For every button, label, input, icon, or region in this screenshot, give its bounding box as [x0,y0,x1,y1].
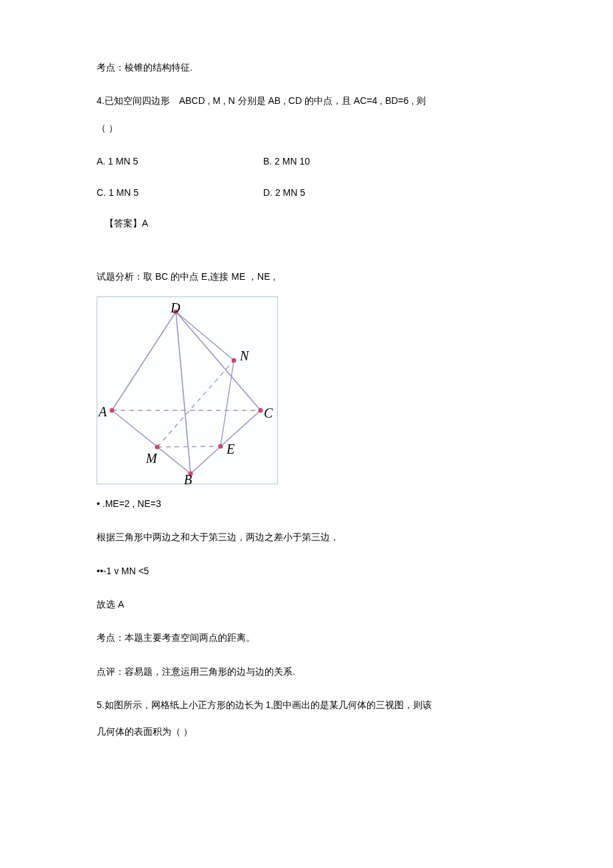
q4-analysis-intro: 试题分析：取 BC 的中点 E,连接 ME ，NE , [97,269,520,284]
diagram-svg [97,297,277,484]
svg-point-14 [259,408,263,412]
svg-line-4 [191,410,261,474]
label-m: M [146,448,157,469]
q4-comment: 点评：容易题，注意运用三角形的边与边的关系. [97,664,520,679]
tetrahedron-diagram: D N A C M E B [97,296,278,484]
q4-option-b: B. 2 MN 10 [263,154,310,169]
q4-option-c: C. 1 MN 5 [97,185,263,200]
q4-stem-line1: 4.已知空间四边形 ABCD , M , N 分别是 AB , CD 的中点，且… [97,93,520,108]
q4-options-row1: A. 1 MN 5 B. 2 MN 10 [97,154,520,169]
svg-line-5 [176,312,191,474]
label-e: E [227,438,235,460]
document-page: 考点：棱锥的结构特征. 4.已知空间四边形 ABCD , M , N 分别是 A… [0,0,613,868]
q4-stem-line2: （ ） [97,121,520,135]
label-c: C [264,402,273,424]
label-a: A [99,401,107,422]
q4-conclude: 故选 A [97,597,520,612]
label-d: D [171,297,180,318]
label-n: N [240,345,249,366]
svg-point-16 [219,444,223,448]
svg-line-6 [176,312,234,360]
q4-answer: 【答案】A [97,216,520,230]
q4-topic: 考点：本题主要考查空间两点的距离。 [97,630,520,645]
svg-line-0 [112,312,176,410]
q4-me-ne: • .ME=2 , NE=3 [97,496,520,511]
label-b: B [184,469,192,490]
q5-stem-line1: 5.如图所示，网格纸上小正方形的边长为 1,图中画出的是某几何体的三视图，则该 [97,697,520,712]
q4-range: ••-1 v MN <5 [97,564,520,578]
svg-line-10 [157,446,221,447]
svg-point-12 [232,358,237,362]
svg-point-13 [110,408,115,412]
q4-option-d: D. 2 MN 5 [263,185,305,200]
q4-options-row2: C. 1 MN 5 D. 2 MN 5 [97,185,520,200]
q5-stem-line2: 几何体的表面积为（ ） [97,724,520,739]
q4-option-a: A. 1 MN 5 [97,154,263,169]
prev-topic: 考点：棱锥的结构特征. [97,60,520,75]
q4-triangle-rule: 根据三角形中两边之和大于第三边，两边之差小于第三边， [97,530,520,544]
